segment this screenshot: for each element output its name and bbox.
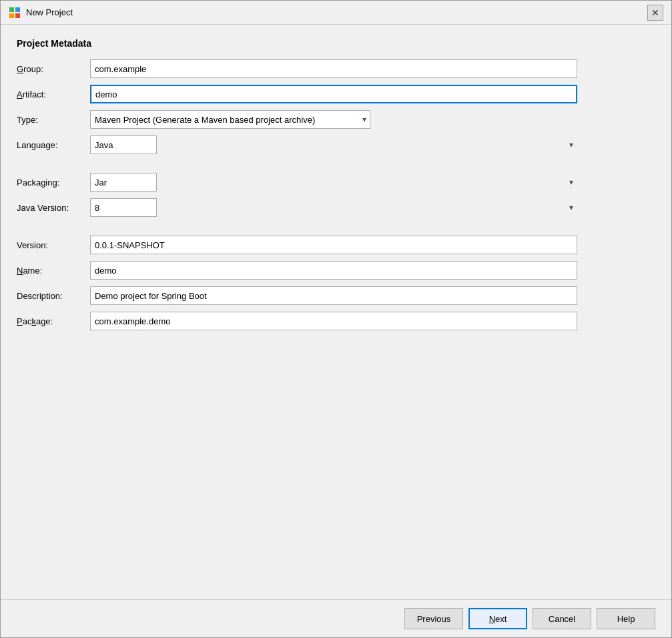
package-input[interactable] <box>90 312 577 330</box>
type-label: Type: <box>17 115 90 125</box>
svg-rect-2 <box>9 13 14 18</box>
app-icon <box>9 7 21 19</box>
java-version-select-wrapper: 8 11 17 21 <box>90 198 577 217</box>
description-input[interactable] <box>90 286 577 305</box>
artifact-label: Artifact: <box>17 89 90 99</box>
language-select[interactable]: Java Kotlin Groovy <box>90 135 157 154</box>
name-label: Name: <box>17 266 90 276</box>
section-title: Project Metadata <box>17 38 655 49</box>
spacer-2 <box>17 224 577 229</box>
group-label: Group: <box>17 64 90 74</box>
svg-rect-1 <box>15 7 20 12</box>
java-version-label: Java Version: <box>17 203 90 213</box>
group-input[interactable] <box>90 59 577 78</box>
language-label: Language: <box>17 140 90 150</box>
svg-rect-0 <box>9 7 14 12</box>
dialog-footer: Previous Next Cancel Help <box>1 599 671 637</box>
dialog-title: New Project <box>26 7 73 17</box>
type-select[interactable]: Maven Project (Generate a Maven based pr… <box>90 110 370 129</box>
version-label: Version: <box>17 240 90 250</box>
packaging-label: Packaging: <box>17 178 90 188</box>
close-button[interactable]: ✕ <box>647 5 663 21</box>
description-label: Description: <box>17 291 90 301</box>
dialog-content: Project Metadata Group: Artifact: Type: … <box>1 25 671 599</box>
packaging-select-wrapper: Jar War <box>90 173 577 192</box>
svg-rect-3 <box>15 13 20 18</box>
next-button[interactable]: Next <box>468 608 527 629</box>
new-project-dialog: New Project ✕ Project Metadata Group: Ar… <box>0 0 672 638</box>
packaging-select[interactable]: Jar War <box>90 173 157 192</box>
form-grid: Group: Artifact: Type: Maven Project (Ge… <box>17 59 577 330</box>
artifact-input[interactable] <box>90 85 577 103</box>
name-input[interactable] <box>90 261 577 280</box>
type-select-wrapper: Maven Project (Generate a Maven based pr… <box>90 110 370 129</box>
help-button[interactable]: Help <box>597 608 655 629</box>
title-bar: New Project ✕ <box>1 1 671 25</box>
spacer-1 <box>17 161 577 166</box>
title-bar-left: New Project <box>9 7 73 19</box>
cancel-button[interactable]: Cancel <box>533 608 591 629</box>
version-input[interactable] <box>90 236 577 254</box>
java-version-select[interactable]: 8 11 17 21 <box>90 198 157 217</box>
package-label: Package: <box>17 316 90 326</box>
previous-button[interactable]: Previous <box>404 608 463 629</box>
language-select-wrapper: Java Kotlin Groovy <box>90 135 577 154</box>
